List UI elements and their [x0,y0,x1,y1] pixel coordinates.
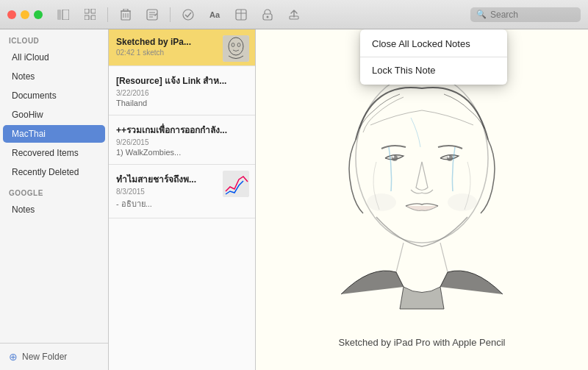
checkmark-icon[interactable] [176,4,200,25]
dropdown-divider [360,57,507,57]
toolbar-separator-2 [170,7,171,22]
note-title-3: ++รวมเกมเพื่อการออกกำลัง... [116,123,248,137]
notes-list: Sketched by iPa... 02:42 1 sketch [Resou… [109,29,256,370]
svg-rect-1 [62,10,69,20]
search-icon: 🔍 [476,10,487,19]
svg-rect-5 [91,15,96,20]
svg-rect-0 [57,10,61,20]
search-bar[interactable]: 🔍 [470,7,581,22]
svg-point-35 [448,193,477,211]
note-item-3[interactable]: ++รวมเกมเพื่อการออกกำลัง... 9/26/2015 1)… [109,115,255,165]
sidebar: iCloud All iCloud Notes Documents GooHiw… [0,29,109,370]
sidebar-item-goohiw[interactable]: GooHiw [3,106,105,124]
sidebar-item-documents[interactable]: Documents [3,87,105,104]
note-item-4[interactable]: ทำไมสายชาร์จถึงพ... 8/3/2015 - อธิบาย... [109,165,255,218]
delete-icon[interactable] [114,4,137,25]
dropdown-item-lock-note[interactable]: Lock This Note [360,59,507,82]
new-folder-button[interactable]: ⊕ New Folder [0,343,108,370]
svg-point-34 [367,193,396,211]
plus-icon: ⊕ [9,351,18,363]
sidebar-section-icloud: iCloud [0,29,108,48]
note-item-1[interactable]: Sketched by iPa... 02:42 1 sketch [109,29,255,66]
note-meta-2: 3/22/2016 [116,89,248,97]
note-thumb-1 [223,35,249,62]
svg-point-21 [267,15,269,18]
note-meta-3: 9/26/2015 [116,138,248,146]
svg-rect-4 [85,15,89,20]
svg-rect-28 [297,44,547,316]
close-button[interactable] [7,10,16,19]
toolbar-separator-1 [107,7,108,22]
sidebar-section-google: Google [0,182,108,200]
compose-icon[interactable] [140,4,164,25]
main-content: iCloud All iCloud Notes Documents GooHiw… [0,29,588,370]
format-aa-icon[interactable]: Aa [203,4,226,25]
svg-rect-3 [91,9,96,13]
sidebar-item-google-notes[interactable]: Notes [3,201,105,218]
sidebar-item-recently-deleted[interactable]: Recently Deleted [3,163,105,181]
maximize-button[interactable] [34,10,43,19]
svg-point-33 [448,156,450,158]
minimize-button[interactable] [21,10,29,19]
svg-rect-8 [123,9,128,11]
sidebar-item-macthai[interactable]: MacThai [3,125,105,143]
svg-point-16 [183,10,193,20]
dropdown-menu: Close All Locked Notes Lock This Note [360,29,507,85]
lock-icon[interactable] [256,4,279,25]
search-input[interactable] [490,10,575,20]
new-folder-label: New Folder [22,352,67,362]
sidebar-item-notes[interactable]: Notes [3,68,105,85]
sidebar-toggle-icon[interactable] [51,4,75,25]
note-preview-2: Thailand [116,99,248,107]
sidebar-item-all-icloud[interactable]: All iCloud [3,49,105,66]
svg-rect-23 [223,35,249,62]
share-icon[interactable] [282,4,306,25]
note-preview-3: 1) WalkZombies... [116,148,248,157]
note-title-2: [Resource] แจ้ง Link สำห... [116,74,248,88]
svg-rect-2 [85,9,89,13]
toolbar: Aa [51,4,470,25]
note-caption: Sketched by iPad Pro with Apple Pencil [339,331,506,348]
grid-view-icon[interactable] [78,4,101,25]
titlebar: Aa 🔍 [0,0,588,29]
note-preview-4: - อธิบาย... [116,197,248,210]
sidebar-item-recovered-items[interactable]: Recovered Items [3,144,105,162]
svg-point-32 [392,156,395,158]
note-detail: Sketched by iPad Pro with Apple Pencil C… [256,29,588,370]
table-icon[interactable] [229,4,253,25]
note-thumb-4 [223,171,249,197]
dropdown-item-close-locked[interactable]: Close All Locked Notes [360,32,507,55]
window-controls [7,10,43,19]
note-item-2[interactable]: [Resource] แจ้ง Link สำห... 3/22/2016 Th… [109,66,255,115]
